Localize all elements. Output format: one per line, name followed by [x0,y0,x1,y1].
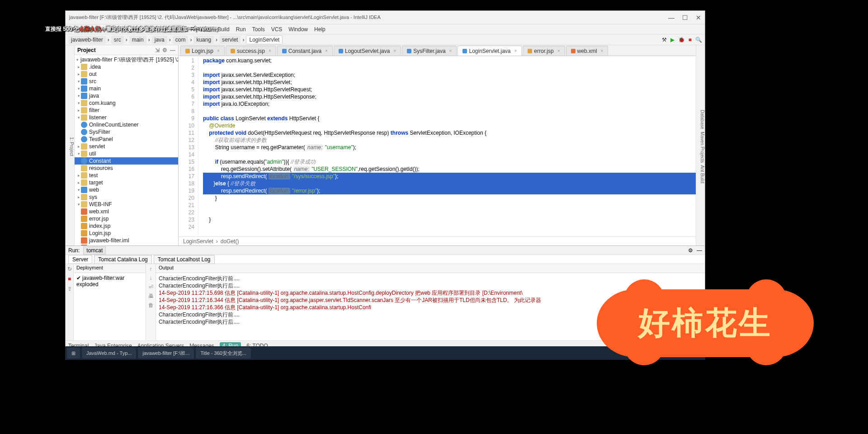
down-icon[interactable]: ↓ [150,275,152,281]
tree-node[interactable]: ▸filter [75,107,178,114]
code-line[interactable]: String username = req.getParameter( name… [203,144,696,151]
gear-icon[interactable]: ⚙ [688,247,693,254]
breadcrumb-item[interactable]: java [152,36,167,44]
tree-node[interactable]: ▾javaweb-filter F:\班级管理\西开 [19525] \2. 代… [75,56,178,63]
menu-run[interactable]: Run [236,26,246,33]
editor-tab[interactable]: Constant.java× [277,46,333,56]
tree-node[interactable]: ▸out [75,71,178,78]
menu-tools[interactable]: Tools [252,26,265,33]
code-line[interactable]: if (username.equals("admin")){ //登录成功 [203,158,696,165]
code-line[interactable]: public class LoginServlet extends HttpSe… [203,115,696,122]
editor-tab[interactable]: success.jsp× [226,46,276,56]
code-line[interactable] [203,223,696,231]
tree-node[interactable]: SysFilter [75,128,178,136]
code-line[interactable]: protected void doGet(HttpServletRequest … [203,129,696,137]
code-line[interactable] [203,108,696,115]
code-line[interactable]: @Override [203,122,696,129]
close-icon[interactable]: ✕ [696,15,701,20]
code-line[interactable]: req.getSession().setAttribute( name: "US… [203,165,696,173]
close-tab-icon[interactable]: × [393,48,396,53]
tree-node[interactable]: resources [75,165,178,172]
editor-tab[interactable]: LoginServlet.java× [458,46,522,56]
server-subtab[interactable]: Tomcat Localhost Log [154,255,215,264]
tree-node[interactable]: web.xml [75,208,178,215]
tree-node[interactable]: Constant [75,157,178,165]
print-icon[interactable]: 🖶 [148,293,154,299]
tree-node[interactable]: ▾listener [75,114,178,121]
run-config[interactable]: tomcat [83,246,106,255]
tree-node[interactable]: ▸target [75,179,178,186]
tree-node[interactable]: ▾main [75,85,178,92]
close-tab-icon[interactable]: × [557,48,560,53]
code-editor[interactable]: 123456789101112131415161718192021222324 … [179,56,696,236]
tree-node[interactable]: Login.jsp [75,230,178,237]
menu-help[interactable]: Help [314,26,326,33]
menu-window[interactable]: Window [288,26,308,33]
clear-icon[interactable]: 🗑 [148,302,154,308]
tree-node[interactable]: ▾web [75,186,178,193]
search-icon[interactable]: 🔍 [695,37,702,43]
tree-node[interactable]: ▾WEB-INF [75,201,178,208]
close-tab-icon[interactable]: × [601,48,604,53]
breadcrumb-item[interactable]: kuang [193,36,214,44]
crumb-class[interactable]: LoginServlet [183,238,213,245]
code-line[interactable]: import javax.servlet.http.HttpServlet; [203,79,696,86]
tree-node[interactable]: ▸servlet [75,143,178,150]
close-tab-icon[interactable]: × [269,48,271,53]
hide-icon[interactable]: — [170,47,175,53]
tree-node[interactable]: TestPanel [75,136,178,143]
tree-node[interactable]: ▸sys [75,193,178,201]
deploy-icon[interactable]: ⇪ [67,286,72,292]
minimize-icon[interactable]: — [669,15,674,20]
tree-node[interactable]: ▸.idea [75,63,178,71]
breadcrumb-item[interactable]: LoginServlet [246,35,283,44]
code-line[interactable] [203,209,696,216]
code-line[interactable]: package com.kuang.servlet; [203,57,696,64]
tree-node[interactable]: OnlineCountListener [75,121,178,128]
rerun-icon[interactable]: ↻ [67,266,72,272]
breadcrumb-item[interactable]: javaweb-filter [68,36,106,44]
breadcrumb-item[interactable]: com [173,36,189,44]
taskbar-item[interactable]: javaweb-filter [F:\班... [138,348,194,359]
breadcrumb-item[interactable]: servlet [219,36,241,44]
editor-tab[interactable]: Login.jsp× [180,46,225,56]
taskbar-item[interactable]: Title - 360安全浏览... [196,348,251,359]
run-icon[interactable]: ▶ [670,37,675,43]
code-line[interactable]: import javax.servlet.http.HttpServletRes… [203,93,696,100]
tree-node[interactable]: error.jsp [75,215,178,222]
settings-icon[interactable]: ⚙ [162,47,167,53]
taskbar-item[interactable]: JavaWeb.md - Typ... [82,348,136,359]
code-line[interactable] [203,64,696,71]
code-line[interactable]: resp.sendRedirect( location: "/sys/succe… [203,173,696,180]
close-tab-icon[interactable]: × [217,48,220,53]
code-line[interactable]: resp.sendRedirect( location: "/error.jsp… [203,187,696,194]
collapse-icon[interactable]: ⇲ [155,47,160,53]
tree-node[interactable]: ▸test [75,172,178,179]
tree-node[interactable]: ▾java [75,92,178,99]
debug-icon[interactable]: 🐞 [678,37,685,43]
code-line[interactable]: import javax.servlet.http.HttpServletReq… [203,86,696,93]
artifact-item[interactable]: ✔ javaweb-filter:war exploded [74,273,146,340]
tree-node[interactable]: ▾src [75,78,178,85]
code-line[interactable]: import javax.servlet.ServletException; [203,71,696,79]
maximize-icon[interactable]: ☐ [682,15,688,20]
code-line[interactable]: }else { //登录失败 [203,180,696,187]
close-tab-icon[interactable]: × [449,48,452,53]
code-line[interactable]: } [203,194,696,202]
server-subtab[interactable]: Tomcat Catalina Log [94,255,151,264]
editor-tab[interactable]: LogoutServlet.java× [334,46,401,56]
editor-tab[interactable]: SysFilter.java× [402,46,457,56]
breadcrumb-item[interactable]: main [129,36,146,44]
menu-build[interactable]: Build [217,26,230,33]
code-line[interactable]: //获取前端请求的参数 [203,137,696,144]
tree-node[interactable]: javaweb-filter.iml [75,237,178,244]
breadcrumb-item[interactable]: src [111,36,124,44]
close-tab-icon[interactable]: × [325,48,328,53]
code-line[interactable] [203,151,696,158]
code-content[interactable]: package com.kuang.servlet; import javax.… [198,56,696,236]
build-icon[interactable]: ⚒ [662,37,667,43]
tree-node[interactable]: ▾com.kuang [75,99,178,107]
stop-icon[interactable]: ■ [68,276,71,282]
close-tab-icon[interactable]: × [514,48,517,53]
server-subtab[interactable]: Server [68,255,92,264]
